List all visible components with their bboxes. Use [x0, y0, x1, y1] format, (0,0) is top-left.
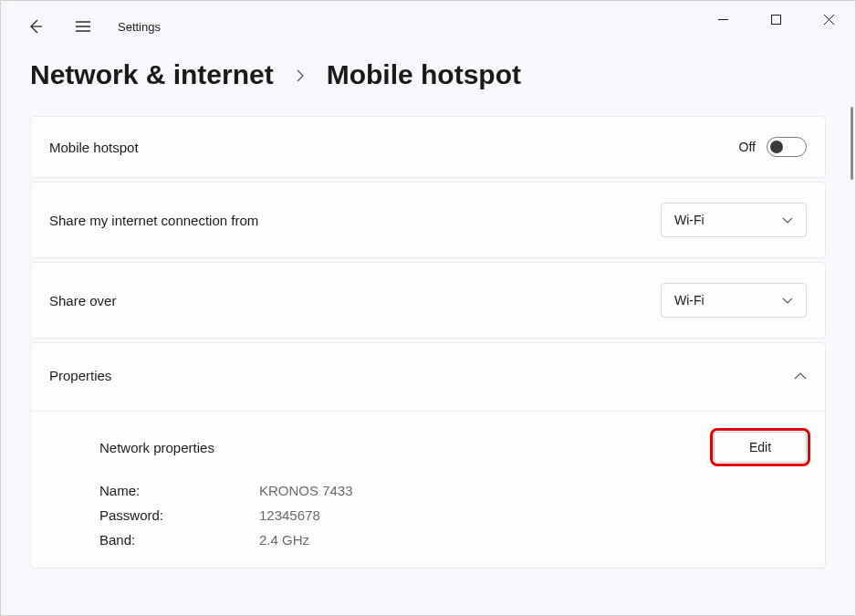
- network-properties-label: Network properties: [99, 440, 214, 455]
- hotspot-label: Mobile hotspot: [49, 140, 139, 155]
- breadcrumb-parent[interactable]: Network & internet: [30, 59, 274, 90]
- chevron-down-icon: [782, 212, 793, 228]
- chevron-up-icon: [794, 367, 807, 383]
- svg-rect-1: [771, 15, 780, 24]
- properties-grid: Name: KRONOS 7433 Password: 12345678 Ban…: [99, 483, 807, 548]
- properties-card: Properties Network properties Edit Name:…: [30, 342, 826, 569]
- share-over-card: Share over Wi-Fi: [30, 262, 826, 339]
- breadcrumb: Network & internet Mobile hotspot: [30, 59, 826, 90]
- breadcrumb-current: Mobile hotspot: [327, 59, 521, 90]
- edit-button[interactable]: Edit: [714, 432, 807, 463]
- share-over-label: Share over: [49, 293, 116, 308]
- maximize-button[interactable]: [749, 1, 802, 37]
- share-from-label: Share my internet connection from: [49, 213, 258, 228]
- window-controls: [696, 1, 855, 37]
- menu-button[interactable]: [70, 14, 96, 39]
- share-from-value: Wi-Fi: [674, 213, 705, 227]
- prop-password-value: 12345678: [259, 507, 807, 523]
- prop-name-value: KRONOS 7433: [259, 483, 807, 498]
- content-area: Network & internet Mobile hotspot Mobile…: [1, 59, 855, 569]
- hotspot-toggle[interactable]: [767, 137, 807, 157]
- app-title: Settings: [118, 20, 161, 34]
- close-button[interactable]: [802, 1, 855, 37]
- prop-password-key: Password:: [99, 507, 259, 523]
- chevron-down-icon: [782, 292, 793, 308]
- properties-heading: Properties: [49, 368, 111, 383]
- share-from-dropdown[interactable]: Wi-Fi: [661, 203, 807, 237]
- prop-band-key: Band:: [99, 532, 259, 548]
- hotspot-card: Mobile hotspot Off: [30, 116, 826, 178]
- edit-button-label: Edit: [749, 440, 771, 454]
- hotspot-toggle-wrap: Off: [739, 137, 807, 157]
- minimize-button[interactable]: [696, 1, 749, 37]
- scrollbar[interactable]: [851, 107, 853, 180]
- chevron-right-icon: [296, 68, 305, 87]
- hotspot-state: Off: [739, 140, 756, 154]
- share-over-value: Wi-Fi: [674, 293, 705, 308]
- prop-band-value: 2.4 GHz: [259, 532, 807, 548]
- share-over-dropdown[interactable]: Wi-Fi: [661, 283, 807, 318]
- properties-expander[interactable]: Properties: [31, 343, 825, 411]
- properties-body: Network properties Edit Name: KRONOS 743…: [31, 411, 825, 568]
- prop-name-key: Name:: [99, 483, 259, 498]
- share-from-card: Share my internet connection from Wi-Fi: [30, 182, 826, 258]
- back-button[interactable]: [23, 14, 48, 39]
